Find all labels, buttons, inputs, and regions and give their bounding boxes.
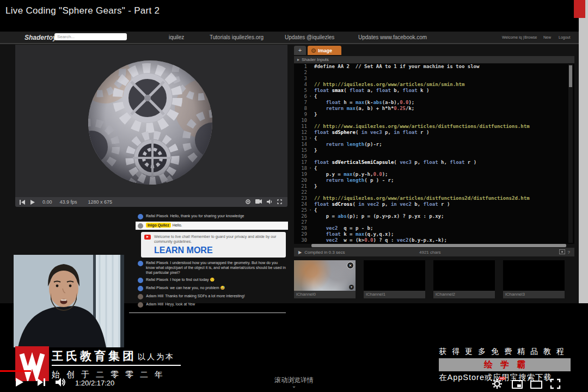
shader-inputs-bar[interactable]: ▸ Shader Inputs: [294, 56, 574, 63]
brand-bar: 绘学霸: [439, 358, 571, 371]
channel-settings-icon[interactable]: ▾: [349, 285, 354, 290]
code-editor[interactable]: 1#define AA 2 // Set AA to 1 if your mac…: [294, 64, 574, 244]
avatar: [138, 214, 143, 219]
channel-slot-3[interactable]: iChannel3: [503, 260, 565, 298]
chat-author: Inigo Quilez: [146, 223, 171, 228]
preview-resolution: 1280 x 675: [88, 199, 113, 205]
chat-author: Rafal Plasek: [146, 214, 168, 218]
shader-preview-canvas[interactable]: [15, 45, 287, 197]
chat-divider: [129, 313, 286, 313]
editor-status-bar: ▶ Compiled in 0.3 secs 4921 chars ?: [294, 248, 574, 256]
char-count: 4921 chars: [419, 250, 441, 255]
avatar: [138, 302, 143, 308]
brand-name: 绘学霸: [476, 359, 533, 371]
theater-button[interactable]: [530, 381, 542, 389]
compile-play-icon[interactable]: ▶: [298, 250, 302, 255]
miniplayer-button[interactable]: [512, 380, 523, 389]
channel-label: iChannel1: [364, 291, 425, 298]
preview-toolbar: 0.00 43.9 fps 1280 x 675: [15, 197, 287, 207]
chat-text: Thanks for making SDFs a lot more intere…: [165, 294, 244, 298]
editor-hscrollbar[interactable]: [311, 244, 566, 247]
code-line: 11// http://www.iquilezles.org/www/artic…: [294, 124, 574, 130]
webcam-view: [14, 255, 124, 347]
live-chat: Rafal PlasekHello, thank you for sharing…: [138, 213, 286, 310]
code-line: 13·{: [294, 136, 574, 142]
volume-icon[interactable]: [267, 199, 272, 205]
user-nav-1[interactable]: Browse: [524, 35, 537, 39]
code-line: 25·{: [294, 207, 574, 213]
code-line: 15}: [294, 148, 574, 154]
nav-link-3[interactable]: Updates www.facebook.com: [358, 34, 427, 40]
code-line: 16: [294, 154, 574, 160]
camera-icon[interactable]: [255, 199, 262, 205]
code-line: 22: [294, 189, 574, 195]
channel-slot-0[interactable]: ✕▾iChannel0: [294, 260, 356, 298]
learn-more-link[interactable]: LEARN MORE: [154, 246, 213, 255]
page-scrollbar[interactable]: [579, 0, 588, 303]
chevron-down-icon[interactable]: ⌄: [185, 383, 403, 389]
help-icon[interactable]: ?: [568, 250, 570, 255]
chat-message: Adam HillHeyy, look at Yew: [138, 302, 286, 308]
next-button[interactable]: [37, 378, 46, 389]
chat-message: Inigo QuilezHello.: [136, 222, 288, 230]
chat-system-message: Welcome to live chat! Remember to guard …: [141, 232, 286, 258]
sphere-gears-render: [15, 45, 287, 197]
avatar: [138, 223, 143, 229]
top-right-red-marker: [574, 0, 585, 18]
code-line: 21}: [294, 183, 574, 189]
chat-author: Rafal Plasek: [146, 278, 168, 281]
avatar: [138, 261, 143, 266]
code-line: 24float sdCross( in vec2 p, in vec2 b, f…: [294, 201, 574, 207]
avatar: [138, 294, 143, 299]
presenter-image: [14, 255, 124, 347]
fullscreen-button[interactable]: [550, 378, 561, 391]
editor-vscrollbar[interactable]: [568, 64, 573, 243]
tab-image[interactable]: Image: [308, 46, 341, 55]
video-player: Live Coding "Sphere Gears" - Part 2 Shad…: [0, 0, 588, 392]
code-line: 1#define AA 2 // Set AA to 1 if your mac…: [294, 64, 574, 70]
company-slogan: 以人为本: [138, 352, 175, 362]
code-line: 9}: [294, 112, 574, 118]
code-line: 27: [294, 219, 574, 225]
play-icon[interactable]: [30, 200, 35, 205]
promo-line1: 获得更多免费精品教程: [439, 347, 569, 357]
hd-badge: HD: [499, 377, 505, 380]
play-button[interactable]: [15, 377, 24, 389]
user-nav-2[interactable]: New: [543, 35, 551, 39]
close-icon[interactable]: ✕: [347, 262, 354, 269]
user-nav-0[interactable]: Welcome iq |: [502, 35, 524, 39]
nav-link-1[interactable]: Tutorials iquilezles.org: [210, 34, 264, 40]
code-line: 30 vec2 w = (k>0.0) ? q : vec2(b.y-p.x,-…: [294, 237, 574, 243]
code-line: 3: [294, 76, 574, 82]
rewind-icon[interactable]: [20, 200, 25, 205]
time-display: 1:20 / 2:17:20: [75, 379, 114, 387]
shadertoy-logo[interactable]: Shadertoy: [24, 34, 57, 41]
expand-icon[interactable]: [277, 199, 282, 205]
record-icon[interactable]: [246, 199, 250, 205]
collapse-arrow-icon: ▸: [297, 57, 299, 62]
compile-status: Compiled in 0.3 secs: [304, 250, 345, 255]
avatar: [138, 278, 143, 283]
chat-author: Adam Hill: [146, 294, 163, 298]
chat-text: I hope to find out today 🙂: [170, 278, 215, 281]
nav-link-2[interactable]: Updates @iquilezles: [285, 34, 334, 40]
code-line: 14 return length(p)-r;: [294, 142, 574, 148]
export-icon[interactable]: [559, 249, 565, 255]
chat-author: Adam Hill: [146, 302, 163, 306]
code-line: 10: [294, 118, 574, 124]
code-line: 7 float h = max(k-abs(a-b),0.0);: [294, 100, 574, 106]
channel-slot-1[interactable]: iChannel1: [364, 260, 425, 298]
add-tab-button[interactable]: +: [294, 46, 306, 55]
channel-slot-2[interactable]: iChannel2: [433, 260, 495, 298]
seekbar-progress[interactable]: [0, 370, 31, 372]
search-input[interactable]: [54, 33, 127, 40]
tab-status-icon: [311, 48, 316, 53]
settings-button[interactable]: HD: [492, 378, 503, 391]
nav-link-0[interactable]: iquilez: [169, 34, 184, 40]
company-name: 王氏教育集团: [52, 348, 137, 364]
code-line: 19 p.y = max(p.y-h,0.0);: [294, 171, 574, 177]
avatar: [138, 286, 143, 291]
system-message-text: Welcome to live chat! Remember to guard …: [154, 234, 283, 244]
user-nav-3[interactable]: Logout: [559, 35, 570, 39]
volume-button[interactable]: [56, 378, 66, 389]
